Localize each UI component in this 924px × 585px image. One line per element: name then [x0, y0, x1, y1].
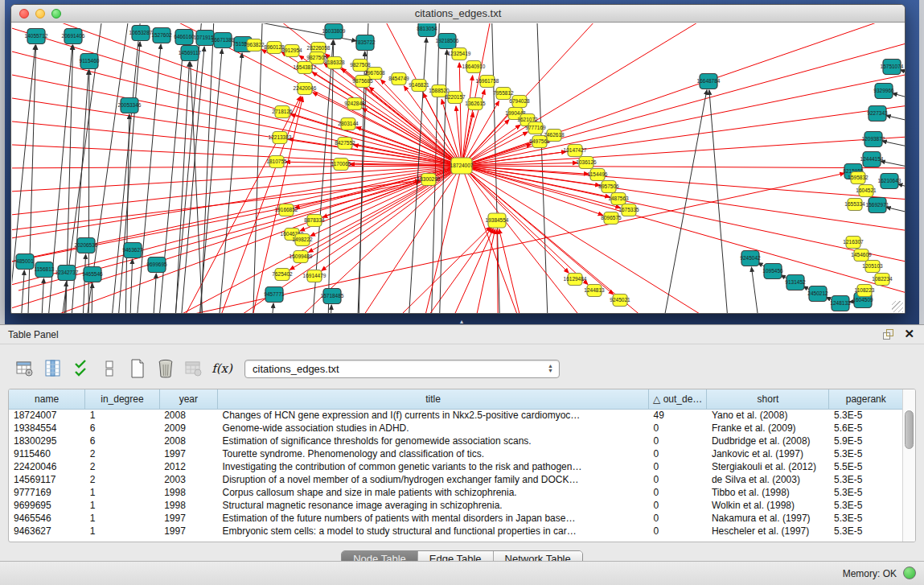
graph-node[interactable]: 9227343 [867, 106, 888, 122]
graph-node[interactable]: 9242848 [344, 98, 365, 110]
close-panel-icon[interactable]: ✕ [904, 327, 914, 341]
network-view-window[interactable]: citations_edges.txt 18724007193845541830… [10, 4, 906, 314]
graph-node[interactable]: 12444154 [860, 152, 884, 167]
graph-node[interactable]: 16671388 [211, 33, 235, 48]
graph-node[interactable]: 9699695 [146, 257, 167, 273]
select-all-checks-icon[interactable] [71, 358, 92, 379]
graph-node[interactable]: 1595832 [848, 172, 869, 184]
graph-node[interactable]: 1454609 [851, 249, 872, 262]
new-table-icon[interactable] [127, 358, 148, 379]
graph-node[interactable]: 20691406 [62, 29, 85, 44]
graph-node[interactable]: 9777169 [525, 122, 546, 134]
graph-node[interactable]: 9245021 [610, 295, 630, 307]
graph-node[interactable]: 8220157 [445, 92, 466, 104]
graph-node[interactable]: 10653287 [129, 26, 153, 41]
graph-node[interactable]: 6794028 [509, 96, 530, 108]
graph-node[interactable]: 14569117 [179, 46, 202, 61]
column-header-short[interactable]: short [707, 389, 829, 409]
graph-node[interactable]: 6466160 [174, 30, 195, 45]
graph-node[interactable]: 15692971 [866, 198, 889, 213]
graph-node[interactable]: 9329966 [873, 84, 894, 99]
graph-node[interactable]: 1170065 [331, 159, 351, 171]
citation-network-graph[interactable]: 1872400719384554183002951405571220691406… [12, 23, 905, 314]
graph-node[interactable]: 9457771 [264, 287, 285, 303]
graph-node[interactable]: 16099489 [290, 251, 313, 263]
graph-node[interactable]: 10147427 [564, 145, 587, 157]
table-vertical-scrollbar[interactable] [902, 389, 915, 542]
graph-node[interactable]: 16914479 [303, 270, 326, 282]
graph-node[interactable]: 16129484 [564, 274, 587, 286]
graph-node[interactable]: 15718485 [321, 289, 344, 304]
table-row[interactable]: 1872400712008Changes of HCN gene express… [9, 409, 903, 422]
graph-node[interactable]: 12093872 [862, 132, 885, 147]
table-row[interactable]: 1830029562008Estimation of significance … [9, 435, 903, 447]
table-row[interactable]: 1456911722003Disruption of a novel membe… [9, 473, 903, 486]
column-header-name[interactable]: name [9, 389, 85, 409]
graph-node[interactable]: 8427552 [335, 138, 355, 150]
graph-node[interactable]: 9115460 [80, 54, 100, 69]
graph-node[interactable]: 8813054 [417, 23, 437, 37]
graph-node[interactable]: 8454749 [388, 73, 409, 85]
graph-node[interactable]: 1675335 [618, 204, 639, 216]
graph-node[interactable]: 9131452 [785, 275, 806, 290]
graph-node[interactable]: 20206536 [75, 238, 98, 253]
graph-node[interactable]: 1108223 [855, 285, 875, 297]
graph-node[interactable]: 7625402 [272, 269, 293, 281]
graph-node[interactable]: 12342737 [55, 266, 79, 281]
graph-node[interactable]: 1655334 [844, 199, 865, 211]
graph-node[interactable]: 8096575 [601, 212, 622, 225]
graph-node[interactable]: 1156813 [35, 262, 55, 278]
graph-node[interactable]: 1810755 [266, 156, 287, 168]
graph-node[interactable]: 1498222 [292, 234, 313, 246]
graph-node[interactable]: 1244813 [584, 285, 605, 297]
table-row[interactable]: 969969511998Structural magnetic resonanc… [9, 499, 903, 512]
graph-node[interactable]: 1604521 [856, 185, 877, 197]
table-row[interactable]: 2242004622012Investigating the contribut… [9, 460, 903, 473]
graph-node[interactable]: 1362615 [465, 98, 486, 110]
graph-node[interactable]: 18724007 [450, 158, 474, 174]
graph-node[interactable]: 1487563 [608, 193, 629, 205]
network-canvas[interactable]: 1872400719384554183002951405571220691406… [12, 23, 905, 314]
graph-node[interactable]: 14055712 [25, 29, 48, 44]
graph-node[interactable]: 16648784 [697, 74, 721, 89]
show-columns-icon[interactable] [43, 358, 64, 379]
graph-node[interactable]: 20053346 [118, 98, 142, 113]
unselect-rows-icon[interactable] [99, 358, 120, 379]
column-header-year[interactable]: year [159, 389, 217, 409]
float-panel-icon[interactable] [883, 329, 893, 340]
graph-node[interactable]: 1527602 [151, 28, 172, 43]
table-row[interactable]: 911546021997Tourette syndrome. Phenomeno… [9, 447, 903, 460]
table-row[interactable]: 946554611997Estimation of the future num… [9, 512, 903, 525]
graph-node[interactable]: 9463627 [122, 243, 143, 258]
function-builder-icon[interactable]: f(x) [211, 358, 232, 379]
graph-node[interactable]: 19384554 [486, 213, 509, 228]
graph-node[interactable]: 15751074 [881, 60, 904, 75]
graph-node[interactable]: 19218506 [436, 34, 459, 49]
graph-node[interactable]: 8186328 [324, 57, 345, 69]
table-row[interactable]: 946362711997Embryonic stem cells: a mode… [9, 525, 903, 538]
graph-node[interactable]: 7955812 [493, 88, 514, 100]
graph-node[interactable]: 7835722 [355, 35, 376, 51]
delete-trash-icon[interactable] [155, 358, 176, 379]
table-mode-icon[interactable] [14, 358, 35, 379]
graph-node[interactable]: 1248133 [830, 296, 851, 311]
window-resize-grip[interactable] [892, 301, 903, 312]
graph-node[interactable]: 9875685 [352, 76, 373, 88]
column-header-in_degree[interactable]: in_degree [85, 389, 160, 409]
graph-node[interactable]: 1154496 [588, 169, 608, 181]
graph-node[interactable]: 485001 [16, 254, 34, 270]
window-titlebar[interactable]: citations_edges.txt [11, 5, 905, 23]
column-header-pagerank[interactable]: pagerank [829, 389, 903, 409]
graph-node[interactable]: 2718126 [272, 106, 293, 118]
table-row[interactable]: 1938455462009Genome-wide association stu… [9, 422, 903, 435]
panel-splitter-grip[interactable]: ▴ [457, 319, 466, 324]
graph-node[interactable]: 7462618 [544, 130, 565, 142]
graph-node[interactable]: 2450212 [807, 286, 828, 302]
table-header-row[interactable]: namein_degreeyeartitle△ out_de…shortpage… [9, 389, 903, 409]
graph-node[interactable]: 12325419 [448, 48, 471, 60]
graph-node[interactable]: 8878334 [304, 215, 325, 227]
graph-node[interactable]: 1095456 [762, 264, 783, 279]
column-header-out_de[interactable]: △ out_de… [649, 389, 707, 409]
graph-node[interactable]: 16210643 [878, 174, 901, 189]
graph-node[interactable]: 9146821 [409, 80, 429, 92]
